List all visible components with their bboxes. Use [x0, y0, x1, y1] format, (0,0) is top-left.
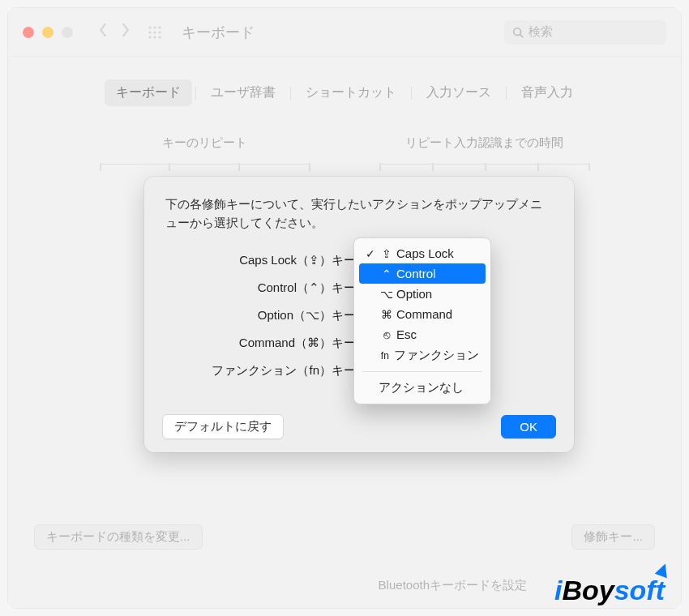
menu-separator — [362, 371, 482, 372]
watermark-logo: iBoysoft — [554, 575, 665, 606]
fn-label: ファンクション（fn）キー： — [165, 363, 376, 379]
command-label: Command（⌘）キー： — [165, 336, 376, 351]
option-symbol-icon: ⌥ — [379, 288, 395, 301]
menu-item-label: Command — [396, 307, 452, 321]
menu-item-label: ファンクション — [394, 348, 479, 363]
esc-symbol-icon: ⎋ — [379, 328, 395, 341]
menu-item-label: Option — [396, 287, 432, 301]
menu-item-label: アクションなし — [379, 380, 464, 396]
option-label: Option（⌥）キー： — [165, 308, 376, 323]
menu-item-esc[interactable]: ⎋ Esc — [354, 324, 490, 344]
caps-lock-label: Caps Lock（⇪）キー： — [165, 253, 376, 268]
ok-button[interactable]: OK — [501, 415, 556, 438]
control-symbol-icon: ⌃ — [379, 267, 395, 280]
sheet-description: 下の各修飾キーについて、実行したいアクションをポップアップメニューから選択してく… — [165, 195, 553, 233]
action-dropdown-menu: ✓ ⇪ Caps Lock ⌃ Control ⌥ Option ⌘ Comma… — [353, 237, 491, 404]
control-label: Control（⌃）キー： — [165, 280, 376, 296]
menu-item-fn[interactable]: fn ファンクション — [354, 344, 490, 366]
menu-item-caps-lock[interactable]: ✓ ⇪ Caps Lock — [354, 243, 490, 263]
menu-item-control[interactable]: ⌃ Control — [359, 263, 486, 284]
menu-item-label: Esc — [396, 327, 417, 341]
menu-item-option[interactable]: ⌥ Option — [354, 284, 490, 304]
checkmark-icon: ✓ — [364, 247, 377, 260]
menu-item-label: Control — [396, 267, 435, 280]
command-symbol-icon: ⌘ — [379, 308, 395, 321]
sheet-footer: デフォルトに戻す OK — [162, 414, 556, 439]
fn-symbol-icon: fn — [378, 350, 392, 361]
menu-item-no-action[interactable]: アクションなし — [354, 377, 490, 399]
preferences-window: キーボード 検索 キーボード ユーザ辞書 ショートカット 入力ソース 音声入力 … — [8, 8, 681, 608]
restore-defaults-button[interactable]: デフォルトに戻す — [162, 414, 284, 439]
caps-lock-symbol-icon: ⇪ — [379, 247, 395, 260]
menu-item-label: Caps Lock — [396, 246, 454, 260]
menu-item-command[interactable]: ⌘ Command — [354, 304, 490, 324]
